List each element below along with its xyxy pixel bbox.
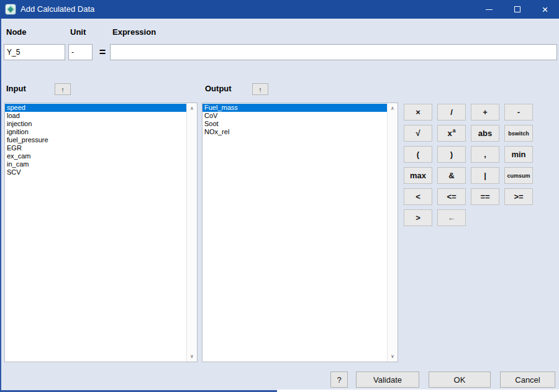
calc-button-paren-close[interactable]: ) (437, 146, 466, 163)
output-move-up-button[interactable]: ↑ (252, 83, 268, 95)
input-list-item-injection[interactable]: injection (5, 120, 186, 128)
output-list-item-Fuel_mass[interactable]: Fuel_mass (202, 104, 387, 112)
unit-input[interactable] (68, 44, 93, 60)
maximize-icon (514, 6, 520, 12)
node-label: Node (6, 27, 27, 37)
scroll-down-icon[interactable]: ∨ (388, 352, 398, 361)
output-scrollbar[interactable]: ∧ ∨ (387, 103, 398, 362)
input-listbox[interactable]: speedloadinjectionignitionfuel_pressureE… (4, 103, 198, 362)
calc-button-sqrt[interactable]: √ (404, 125, 432, 142)
output-label: Output (205, 84, 232, 93)
input-list-item-SCV[interactable]: SCV (5, 168, 186, 176)
output-list-items: Fuel_massCoVSootNOx_rel (202, 103, 387, 362)
calc-button-or[interactable]: | (471, 167, 499, 184)
calc-button-plus[interactable]: + (471, 104, 499, 121)
calc-button-comma[interactable]: , (471, 146, 499, 163)
close-button[interactable]: × (531, 0, 559, 19)
output-listbox[interactable]: Fuel_massCoVSootNOx_rel ∧ ∨ (202, 103, 398, 362)
window-title: Add Calculated Data (20, 0, 94, 19)
add-calculated-data-dialog: Add Calculated Data × Node Unit Expressi… (0, 0, 559, 392)
scroll-down-icon[interactable]: ∨ (187, 352, 197, 361)
output-list-item-Soot[interactable]: Soot (202, 120, 387, 128)
background-artifact (277, 390, 559, 392)
calc-button-abs[interactable]: abs (471, 125, 499, 142)
calc-button-cumsum[interactable]: cumsum (504, 167, 533, 184)
close-icon: × (542, 4, 548, 15)
input-label: Input (6, 84, 26, 93)
titlebar: Add Calculated Data × (0, 0, 559, 19)
calc-button-paren-open[interactable]: ( (404, 146, 432, 163)
cancel-button[interactable]: Cancel (500, 371, 555, 388)
input-list-item-ex_cam[interactable]: ex_cam (5, 152, 186, 160)
equals-sign: = (97, 44, 108, 60)
gem-icon (7, 6, 14, 12)
up-arrow-icon: ↑ (61, 86, 65, 93)
input-list-item-load[interactable]: load (5, 112, 186, 120)
output-list-item-CoV[interactable]: CoV (202, 112, 387, 120)
input-list-item-speed[interactable]: speed (5, 104, 186, 112)
calc-button-max[interactable]: max (404, 167, 432, 184)
up-arrow-icon: ↑ (258, 86, 262, 93)
window-left-border (0, 19, 1, 392)
scroll-up-icon[interactable]: ∧ (388, 104, 398, 113)
calc-button-less-than[interactable]: < (404, 188, 432, 205)
calc-button-backspace[interactable]: ← (437, 209, 466, 226)
input-move-up-button[interactable]: ↑ (55, 83, 71, 95)
input-list-item-fuel_pressure[interactable]: fuel_pressure (5, 136, 186, 144)
calc-button-min[interactable]: min (504, 146, 533, 163)
minimize-icon (486, 9, 493, 10)
input-list-item-in_cam[interactable]: in_cam (5, 160, 186, 168)
calc-button-multiply[interactable]: × (404, 104, 432, 121)
scroll-up-icon[interactable]: ∧ (187, 104, 197, 113)
expression-input[interactable] (110, 44, 557, 60)
calc-button-equal[interactable]: == (471, 188, 499, 205)
validate-button[interactable]: Validate (356, 371, 419, 388)
calc-button-minus[interactable]: - (504, 104, 533, 121)
input-list-item-EGR[interactable]: EGR (5, 144, 186, 152)
output-list-item-NOx_rel[interactable]: NOx_rel (202, 128, 387, 136)
unit-label: Unit (70, 27, 86, 37)
ok-button[interactable]: OK (429, 371, 491, 388)
input-list-items: speedloadinjectionignitionfuel_pressureE… (5, 103, 186, 362)
node-input[interactable] (4, 44, 65, 60)
minimize-button[interactable] (475, 0, 503, 19)
calc-button-divide[interactable]: / (437, 104, 466, 121)
input-list-item-ignition[interactable]: ignition (5, 128, 186, 136)
expression-label: Expression (112, 27, 156, 37)
maximize-button[interactable] (503, 0, 531, 19)
calc-button-bswitch[interactable]: bswitch (504, 125, 533, 142)
calc-button-greater-equal[interactable]: >= (504, 188, 533, 205)
help-button[interactable]: ? (330, 371, 348, 388)
input-scrollbar[interactable]: ∧ ∨ (186, 103, 197, 362)
calc-button-power[interactable]: xa (437, 125, 466, 142)
app-icon (6, 4, 16, 14)
calc-button-less-equal[interactable]: <= (437, 188, 466, 205)
calc-button-and[interactable]: & (437, 167, 466, 184)
calculator-keypad: ×/+-√xaabsbswitch(),minmax&|cumsum<<===>… (404, 104, 533, 226)
calc-button-greater-than[interactable]: > (404, 209, 432, 226)
